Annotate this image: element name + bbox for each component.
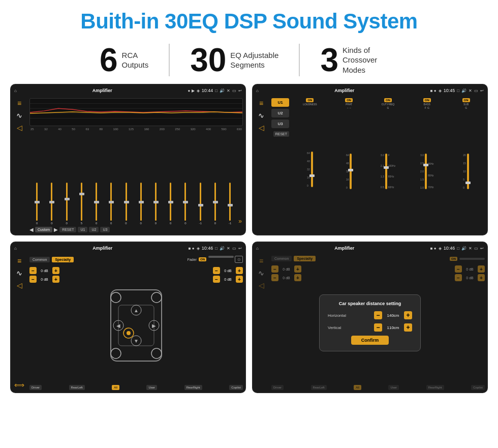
db-minus-3[interactable]: − (213, 267, 220, 274)
eq-preset-label: Custom (35, 227, 52, 232)
stat-rca-label: RCAOutputs (122, 50, 149, 70)
svg-text:▲: ▲ (134, 308, 139, 313)
crossover-volume-icon[interactable]: 🔊 (461, 88, 466, 93)
db-value-1: 0 dB (38, 269, 51, 273)
dialog-horizontal-minus[interactable]: − (374, 311, 382, 319)
eq-back-icon[interactable]: ↩ (238, 88, 242, 93)
speaker-sidebar-wave-icon[interactable]: ∿ (16, 269, 22, 277)
eq-u1-btn[interactable]: U1 (78, 227, 87, 232)
speaker-sidebar-eq-icon[interactable]: ≡ (17, 257, 21, 265)
eq-slider-2: 0 (45, 183, 58, 225)
eq-close-icon[interactable]: ✕ (227, 88, 230, 93)
speaker-sidebar-speaker-icon[interactable]: ◁ (17, 281, 22, 289)
stat-rca-number: 6 (100, 44, 118, 76)
eq-curve-svg (30, 99, 242, 126)
crossover-reset-btn[interactable]: RESET (273, 131, 289, 137)
eq-volume-icon[interactable]: 🔊 (220, 88, 225, 93)
stat-eq: 30 EQ AdjustableSegments (170, 44, 300, 76)
crossover-camera-icon[interactable]: □ (457, 88, 459, 93)
distance-close-icon[interactable]: ✕ (469, 246, 472, 251)
crossover-sidebar-wave-icon[interactable]: ∿ (258, 111, 264, 120)
speaker-back-icon[interactable]: ↩ (238, 246, 242, 251)
db-minus-1[interactable]: − (29, 267, 37, 274)
stat-crossover-label: Kinds ofCrossover Modes (343, 45, 398, 75)
loudness-slider[interactable] (311, 152, 313, 187)
crossover-sidebar-speaker-icon[interactable]: ◁ (259, 124, 264, 132)
speaker-db-control-2: − 0 dB + (29, 276, 59, 283)
db-minus-4[interactable]: − (213, 276, 220, 283)
driver-btn[interactable]: Driver (29, 385, 42, 390)
eq-slider-8: 0 (135, 183, 147, 225)
db-plus-1[interactable]: + (52, 267, 59, 274)
speaker-volume-icon[interactable]: 🔊 (220, 246, 225, 251)
screen-crossover: ⌂ Amplifier ■ ● ◈ 10:45 □ 🔊 ✕ ▭ ↩ ≡ ∿ ◁ (252, 84, 488, 235)
eq-slider-3: 0 (60, 183, 73, 225)
crossover-minimize-icon[interactable]: ▭ (474, 88, 478, 93)
distance-volume-icon[interactable]: 🔊 (461, 246, 466, 251)
user-btn[interactable]: User (146, 385, 157, 390)
dialog-vertical-minus[interactable]: − (374, 323, 382, 332)
crossover-u1-btn[interactable]: U1 (271, 98, 289, 107)
speaker-db-control-4: − 0 dB + (213, 276, 243, 283)
copilot-btn[interactable]: Copilot (229, 385, 243, 390)
speaker-close-icon[interactable]: ✕ (227, 246, 230, 251)
eq-u3-btn[interactable]: U3 (100, 227, 110, 232)
rearright-btn[interactable]: RearRight (184, 385, 202, 390)
bass-slider[interactable] (425, 154, 427, 189)
speaker-home-icon[interactable]: ⌂ (14, 246, 17, 251)
eq-minimize-icon[interactable]: ▭ (232, 88, 236, 93)
phat-slider[interactable] (350, 154, 352, 189)
db-plus-2[interactable]: + (52, 276, 59, 283)
sub-slider[interactable] (467, 154, 469, 189)
speaker-camera-icon[interactable]: □ (215, 246, 217, 251)
distance-camera-icon[interactable]: □ (457, 246, 459, 251)
crossover-home-icon[interactable]: ⌂ (256, 88, 259, 93)
rearleft-btn[interactable]: RearLeft (69, 385, 85, 390)
eq-prev-arrow[interactable]: ◀ (29, 227, 34, 232)
speaker-main-panel: Common Specialty Fader ON ⊙ (27, 254, 245, 392)
cutfreq-slider[interactable] (385, 154, 387, 189)
eq-next-arrow[interactable]: ▶ (54, 227, 58, 232)
home-icon[interactable]: ⌂ (14, 88, 17, 93)
dialog-horizontal-row: Horizontal − 140cm + (328, 311, 412, 319)
crossover-u3-btn[interactable]: U3 (271, 120, 289, 128)
common-tab[interactable]: Common (29, 257, 50, 262)
stat-eq-number: 30 (190, 44, 226, 76)
eq-sidebar: ≡ ∿ ◁ (11, 96, 27, 234)
distance-home-icon[interactable]: ⌂ (256, 246, 259, 251)
svg-text:▼: ▼ (134, 338, 139, 344)
dialog-vertical-plus[interactable]: + (404, 323, 412, 332)
eq-reset-btn[interactable]: RESET (59, 227, 76, 232)
crossover-sidebar-eq-icon[interactable]: ≡ (259, 99, 263, 107)
db-plus-4[interactable]: + (236, 276, 243, 283)
crossover-content: ≡ ∿ ◁ U1 U2 U3 RESET ON LOU (253, 96, 487, 234)
fader-row: Fader ON ⊙ (188, 256, 243, 263)
crossover-close-icon[interactable]: ✕ (469, 88, 472, 93)
crossover-back-icon[interactable]: ↩ (480, 88, 484, 93)
fader-slider[interactable] (208, 256, 234, 258)
eq-sidebar-eq-icon[interactable]: ≡ (17, 99, 21, 107)
eq-u2-btn[interactable]: U2 (89, 227, 99, 232)
db-minus-2[interactable]: − (29, 276, 37, 283)
crossover-time: 10:45 (444, 88, 455, 93)
dialog-vertical-control: − 110cm + (374, 323, 412, 332)
eq-sidebar-speaker-icon[interactable]: ◁ (17, 124, 22, 132)
dialog-horizontal-plus[interactable]: + (404, 311, 412, 319)
distance-dialog-overlay: Car speaker distance setting Horizontal … (253, 254, 487, 392)
eq-sidebar-wave-icon[interactable]: ∿ (16, 111, 22, 120)
eq-slider-4: 5 (75, 183, 88, 225)
db-plus-3[interactable]: + (236, 267, 243, 274)
eq-freq-labels: 25 32 40 50 63 80 100 125 160 200 250 32… (29, 128, 243, 131)
all-btn[interactable]: All (112, 385, 119, 390)
eq-camera-icon[interactable]: □ (215, 88, 217, 93)
distance-minimize-icon[interactable]: ▭ (474, 246, 478, 251)
speaker-topbar: ⌂ Amplifier ■ ● ◈ 10:46 □ 🔊 ✕ ▭ ↩ (11, 243, 245, 254)
specialty-tab[interactable]: Specialty (52, 257, 74, 262)
svg-point-9 (151, 292, 162, 303)
speaker-sidebar-arrows-icon[interactable]: ⟺ (14, 381, 24, 389)
eq-more-arrows[interactable]: » (238, 218, 242, 225)
dialog-confirm-button[interactable]: Confirm (351, 336, 389, 345)
speaker-minimize-icon[interactable]: ▭ (232, 246, 236, 251)
distance-back-icon[interactable]: ↩ (480, 246, 484, 251)
crossover-u2-btn[interactable]: U2 (271, 109, 289, 117)
